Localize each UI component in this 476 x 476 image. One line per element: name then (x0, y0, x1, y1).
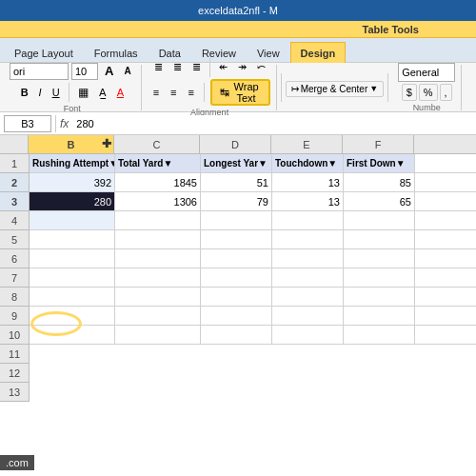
row-header-1[interactable]: 1 (0, 154, 29, 173)
wrap-text-button[interactable]: ↹ Wrap Text (210, 79, 270, 106)
comma-button[interactable]: , (440, 84, 452, 101)
cell-b7[interactable] (30, 268, 115, 287)
cell-f6[interactable] (344, 249, 415, 268)
cell-f2[interactable]: 85 (344, 173, 415, 191)
row-header-4[interactable]: 4 (0, 211, 29, 230)
font-name-input[interactable] (10, 63, 69, 80)
grow-font-button[interactable]: A (101, 61, 117, 81)
cell-e1[interactable]: Touchdown▼ (272, 154, 344, 172)
row-header-2[interactable]: 2 (0, 173, 29, 192)
row-header-5[interactable]: 5 (0, 230, 29, 249)
title-bar: exceldata2nfl - M (0, 0, 476, 21)
cell-f4[interactable] (344, 211, 415, 229)
cell-f8[interactable] (344, 288, 415, 306)
bold-button[interactable]: B (17, 84, 32, 101)
tab-page-layout[interactable]: Page Layout (4, 42, 84, 63)
cell-d3[interactable]: 79 (201, 192, 272, 210)
align-bottom-center-button[interactable]: ≡ (167, 84, 180, 101)
cell-e8[interactable] (272, 288, 344, 306)
number-format-display: General (398, 63, 455, 82)
row-header-7[interactable]: 7 (0, 268, 29, 288)
row-header-8[interactable]: 8 (0, 288, 29, 307)
align-bottom-right-button[interactable]: ≡ (184, 84, 197, 101)
cell-b10[interactable] (30, 326, 115, 344)
tab-review[interactable]: Review (191, 42, 247, 63)
row-header-10[interactable]: 10 (0, 326, 29, 345)
merge-dropdown-icon[interactable]: ▼ (369, 84, 378, 93)
cell-e7[interactable] (272, 268, 344, 287)
cell-b4[interactable] (30, 211, 115, 229)
col-header-e[interactable]: E (271, 135, 343, 153)
cell-c2[interactable]: 1845 (115, 173, 201, 191)
cell-e3[interactable]: 13 (272, 192, 344, 210)
cell-d4[interactable] (201, 211, 272, 229)
cell-d9[interactable] (201, 307, 272, 325)
col-header-f[interactable]: F (343, 135, 414, 153)
cell-f9[interactable] (344, 307, 415, 325)
font-color-button[interactable]: A (113, 84, 128, 101)
row-header-11[interactable]: 11 (0, 345, 29, 364)
ribbon-divider (281, 73, 282, 102)
row-header-6[interactable]: 6 (0, 249, 29, 268)
cell-d7[interactable] (201, 268, 272, 287)
dollar-button[interactable]: $ (402, 84, 417, 101)
borders-button[interactable]: ▦ (74, 83, 92, 102)
tab-design[interactable]: Design (290, 42, 347, 63)
divider (204, 83, 205, 102)
cell-d1[interactable]: Longest Yar▼ (201, 154, 272, 172)
col-header-c[interactable]: C (114, 135, 200, 153)
cell-f10[interactable] (344, 326, 415, 344)
cell-c6[interactable] (115, 249, 201, 268)
cell-b8[interactable] (30, 288, 115, 306)
cell-f5[interactable] (344, 230, 415, 248)
row-header-13[interactable]: 13 (0, 383, 29, 402)
italic-button[interactable]: I (35, 84, 46, 101)
cell-b1[interactable]: Rushing Attempt▼ (30, 154, 115, 172)
font-group-label: Font (64, 104, 81, 113)
cell-b9[interactable] (30, 307, 115, 325)
cell-e5[interactable] (272, 230, 344, 248)
row-header-9[interactable]: 9 (0, 307, 29, 326)
col-header-d[interactable]: D (200, 135, 271, 153)
cell-c10[interactable] (115, 326, 201, 344)
cell-c1[interactable]: Total Yard▼ (115, 154, 201, 172)
cell-e4[interactable] (272, 211, 344, 229)
cell-b2[interactable]: 392 (30, 173, 115, 191)
cell-c9[interactable] (115, 307, 201, 325)
cell-d8[interactable] (201, 288, 272, 306)
cell-c4[interactable] (115, 211, 201, 229)
formula-input[interactable] (72, 115, 472, 132)
underline-button[interactable]: U (49, 84, 64, 101)
cell-c8[interactable] (115, 288, 201, 306)
row-header-3[interactable]: 3 (0, 192, 29, 211)
cell-e9[interactable] (272, 307, 344, 325)
col-header-b[interactable]: B ✚ (29, 135, 114, 153)
font-size-input[interactable] (71, 63, 98, 80)
cell-b5[interactable] (30, 230, 115, 248)
fill-color-button[interactable]: A̲ (95, 84, 110, 102)
tab-data[interactable]: Data (149, 42, 191, 63)
shrink-font-button[interactable]: A (120, 63, 134, 79)
cell-c3[interactable]: 1306 (115, 192, 201, 210)
cell-d10[interactable] (201, 326, 272, 344)
cell-b3-active[interactable]: 280 (30, 192, 115, 210)
cell-e10[interactable] (272, 326, 344, 344)
cell-f1[interactable]: First Down▼ (344, 154, 415, 172)
cell-e2[interactable]: 13 (272, 173, 344, 191)
tab-view[interactable]: View (247, 42, 290, 63)
name-box-input[interactable] (4, 115, 51, 132)
cell-f3[interactable]: 65 (344, 192, 415, 210)
align-bottom-left-button[interactable]: ≡ (149, 84, 163, 101)
cell-f7[interactable] (344, 268, 415, 287)
cell-c5[interactable] (115, 230, 201, 248)
tab-formulas[interactable]: Formulas (84, 42, 149, 63)
cell-c7[interactable] (115, 268, 201, 287)
cell-d6[interactable] (201, 249, 272, 268)
row-header-12[interactable]: 12 (0, 364, 29, 383)
cell-e6[interactable] (272, 249, 344, 268)
cell-b6[interactable] (30, 249, 115, 268)
cell-d2[interactable]: 51 (201, 173, 272, 191)
cell-d5[interactable] (201, 230, 272, 248)
percent-button[interactable]: % (419, 84, 438, 101)
merge-center-button[interactable]: ↦ Merge & Center ▼ (286, 81, 385, 97)
